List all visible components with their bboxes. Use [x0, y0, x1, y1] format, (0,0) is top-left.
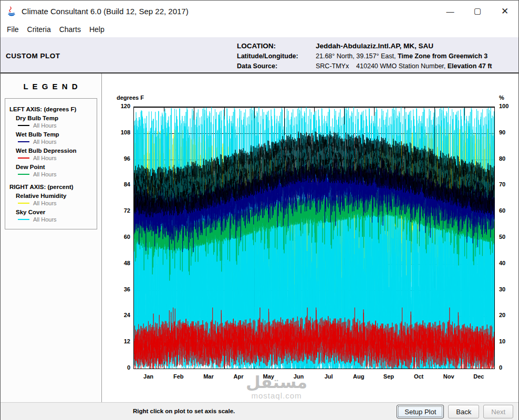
- plot-canvas[interactable]: [134, 107, 494, 369]
- legend-entry-hours: All Hours: [33, 122, 57, 129]
- back-button[interactable]: Back: [448, 405, 479, 418]
- month-label: Oct: [408, 373, 429, 380]
- right-axis-tick: 10: [499, 338, 517, 344]
- chart-panel: degrees F % 0122436486072849610812001020…: [102, 74, 518, 402]
- right-axis-tick: 50: [499, 234, 517, 240]
- month-label: Mar: [198, 373, 219, 380]
- relative-humidity-line-swatch: [18, 203, 29, 204]
- legend-entry-hours: All Hours: [33, 155, 57, 161]
- title-bar: Climate Consultant 6.0 (Build 12, Sep 22…: [1, 1, 518, 22]
- right-axis-tick: 60: [499, 207, 517, 214]
- month-label: Aug: [348, 373, 369, 380]
- left-axis-tick: 72: [109, 207, 130, 214]
- legend-title: L E G E N D: [1, 82, 101, 91]
- legend-entry-name: Relative Humidity: [16, 193, 95, 199]
- legend-box: LEFT AXIS: (degrees F) Dry Bulb Temp All…: [5, 98, 97, 229]
- menu-file[interactable]: File: [3, 24, 23, 35]
- legend-entry-dry-bulb: Dry Bulb Temp All Hours: [16, 115, 95, 129]
- legend-entry-hours: All Hours: [33, 139, 57, 145]
- main-area: L E G E N D LEFT AXIS: (degrees F) Dry B…: [1, 74, 518, 402]
- legend-entry-name: Dew Point: [16, 164, 95, 170]
- right-axis-tick: 0: [499, 364, 517, 371]
- legend-entry-wet-bulb-depression: Wet Bulb Depression All Hours: [16, 148, 95, 161]
- month-label: Jul: [318, 373, 339, 380]
- left-axis-tick: 60: [109, 234, 130, 240]
- latlong-label: Latitude/Longitude:: [237, 51, 316, 61]
- legend-entry-hours: All Hours: [33, 200, 57, 206]
- axis-scale-hint: Right click on plot to set axis scale.: [133, 408, 235, 414]
- legend-panel: L E G E N D LEFT AXIS: (degrees F) Dry B…: [1, 74, 102, 402]
- month-label: May: [258, 373, 279, 380]
- java-icon: [6, 5, 17, 17]
- left-axis-tick: 96: [109, 155, 130, 162]
- legend-entry-name: Sky Cover: [16, 209, 95, 215]
- month-label: Apr: [228, 373, 249, 380]
- legend-entry-name: Wet Bulb Temp: [16, 131, 95, 138]
- setup-plot-button[interactable]: Setup Plot: [397, 405, 444, 418]
- location-label: LOCATION:: [237, 41, 316, 51]
- elevation-value: Elevation 47 ft: [448, 61, 492, 71]
- left-axis-tick: 24: [109, 312, 130, 318]
- right-axis-tick: 70: [499, 181, 517, 187]
- dew-point-line-swatch: [18, 174, 29, 175]
- menu-help[interactable]: Help: [85, 24, 109, 35]
- left-axis-tick: 48: [109, 260, 130, 266]
- next-button[interactable]: Next: [483, 405, 513, 418]
- header: CUSTOM PLOT LOCATION: Jeddah-Abdulaziz.I…: [1, 37, 518, 74]
- right-axis-tick: 20: [499, 312, 517, 318]
- dry-bulb-line-swatch: [18, 125, 29, 126]
- minimize-button[interactable]: —: [437, 1, 464, 22]
- left-axis-tick: 108: [109, 129, 130, 135]
- app-window: Climate Consultant 6.0 (Build 12, Sep 22…: [0, 0, 519, 420]
- month-label: Jan: [138, 373, 159, 380]
- datasource-value: SRC-TMYx 410240 WMO Station Number,: [316, 61, 448, 71]
- legend-entry-sky-cover: Sky Cover All Hours: [16, 209, 95, 223]
- left-axis-tick: 36: [109, 286, 130, 292]
- window-title: Climate Consultant 6.0 (Build 12, Sep 22…: [22, 7, 189, 16]
- timezone-value: Time Zone from Greenwich 3: [398, 51, 487, 61]
- left-axis-tick: 0: [109, 364, 130, 371]
- menu-criteria[interactable]: Criteria: [23, 24, 55, 35]
- legend-entry-wet-bulb: Wet Bulb Temp All Hours: [16, 131, 95, 145]
- right-axis-tick: 30: [499, 286, 517, 292]
- left-axis-title: degrees F: [117, 94, 144, 101]
- left-axis-tick: 84: [109, 181, 130, 187]
- plot-area: [133, 107, 495, 369]
- left-axis-tick: 12: [109, 338, 130, 344]
- legend-entry-hours: All Hours: [33, 171, 57, 177]
- latlong-value: 21.68° North, 39.157° East,: [316, 51, 398, 61]
- location-block: LOCATION: Jeddah-Abdulaziz.Intl.AP, MK, …: [237, 41, 492, 71]
- page-title: CUSTOM PLOT: [6, 52, 60, 60]
- wet-bulb-line-swatch: [18, 141, 29, 142]
- right-axis-title: %: [499, 94, 504, 101]
- close-button[interactable]: ✕: [491, 1, 518, 22]
- datasource-label: Data Source:: [237, 61, 316, 71]
- legend-entry-name: Wet Bulb Depression: [16, 148, 95, 154]
- footer-bar: Right click on plot to set axis scale. S…: [1, 402, 518, 420]
- sky-cover-line-swatch: [18, 219, 29, 220]
- legend-right-axis-section: RIGHT AXIS: (percent): [9, 184, 95, 190]
- right-axis-tick: 100: [499, 103, 517, 109]
- month-label: Dec: [468, 373, 489, 380]
- legend-left-axis-section: LEFT AXIS: (degrees F): [9, 106, 95, 112]
- month-label: Sep: [378, 373, 399, 380]
- maximize-button[interactable]: ▢: [464, 1, 491, 22]
- wet-bulb-depression-line-swatch: [18, 158, 29, 159]
- left-axis-tick: 120: [109, 103, 130, 109]
- right-axis-tick: 80: [499, 155, 517, 162]
- legend-entry-dew-point: Dew Point All Hours: [16, 164, 95, 177]
- location-value: Jeddah-Abdulaziz.Intl.AP, MK, SAU: [316, 41, 433, 51]
- menu-charts[interactable]: Charts: [55, 24, 85, 35]
- right-axis-tick: 40: [499, 260, 517, 266]
- month-label: Feb: [168, 373, 189, 380]
- month-label: Jun: [288, 373, 309, 380]
- right-axis-tick: 90: [499, 129, 517, 135]
- legend-entry-name: Dry Bulb Temp: [16, 115, 95, 121]
- legend-entry-relative-humidity: Relative Humidity All Hours: [16, 193, 95, 206]
- legend-entry-hours: All Hours: [33, 216, 57, 223]
- menu-bar: File Criteria Charts Help: [1, 22, 518, 37]
- month-label: Nov: [438, 373, 459, 380]
